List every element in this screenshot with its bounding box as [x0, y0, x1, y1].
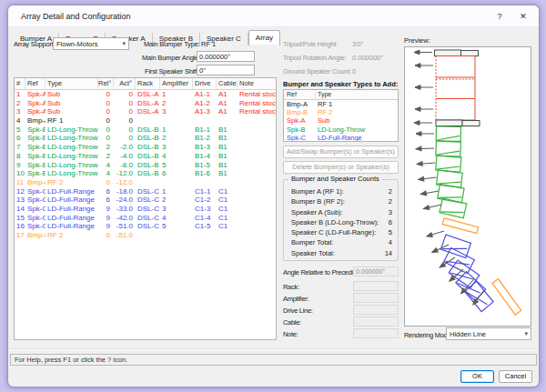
count-label: Speaker B (LD-Long-Throw): — [291, 217, 379, 227]
cell-type: LD-Full-Range — [46, 205, 98, 214]
types-header-type: Type — [315, 90, 398, 99]
preview-green-boxes — [436, 126, 467, 218]
cell-drive: A1-3 — [193, 107, 217, 116]
cell-cable — [217, 178, 238, 187]
table-row[interactable]: 3Spk-ASub00DSL-A3A1-3A1Rental stock — [15, 107, 276, 116]
cell-n: 14 — [15, 205, 25, 214]
types-list-item[interactable]: Spk-BLD-Long-Throw — [284, 126, 398, 134]
preview-orange-bumper-mid — [442, 218, 478, 234]
count-row: Speaker Total:14 — [284, 248, 398, 258]
cell-drive: C1-3 — [193, 205, 217, 214]
table-row[interactable]: 5Spk-BLD-Long-Throw00DSL-B1B1-1B1 — [15, 126, 276, 135]
table-row[interactable]: 7Spk-BLD-Long-Throw2-2.0DSL-B3B1-3B1 — [15, 143, 276, 152]
table-row[interactable]: 17Bmp-BRF 20-51.0 — [15, 231, 276, 240]
table-row[interactable]: 6Spk-BLD-Long-Throw00DSL-B2B1-2B1 — [15, 134, 276, 143]
table-row[interactable]: 1Spk-ASub00DSL-A1A1-1A1Rental stock — [15, 90, 276, 99]
cell-n: 2 — [15, 99, 25, 108]
cell-rel: 2 — [98, 143, 114, 152]
cell-note — [238, 134, 277, 143]
cell-ref: Spk-B — [25, 143, 46, 152]
column-header: Cable — [217, 78, 238, 89]
cell-n: 6 — [15, 134, 25, 143]
cell-rack: DSL-C — [136, 205, 160, 214]
cell-amp: 1 — [160, 90, 193, 99]
cell-cable — [217, 116, 238, 126]
table-row[interactable]: 15Spk-CLD-Full-Range9-42.0DSL-C4C1-4C1 — [15, 214, 276, 223]
detail-value-field — [353, 328, 399, 338]
preview-drawing — [405, 47, 531, 326]
cell-rel: 4 — [98, 169, 114, 178]
cell-rack — [136, 231, 160, 240]
cell-amp: 2 — [160, 134, 193, 143]
cell-n: 5 — [15, 126, 25, 135]
table-row[interactable]: 8Spk-BLD-Long-Throw2-4.0DSL-B4B1-4B1 — [15, 152, 276, 161]
cell-ref: Spk-B — [25, 134, 46, 143]
types-to-add-list[interactable]: Ref Type Bmp-ARF 1Bmp-BRF 2Spk-ASubSpk-B… — [283, 89, 399, 142]
ok-button[interactable]: OK — [460, 370, 494, 383]
detail-value-field — [353, 293, 399, 303]
count-row: Bumper Total:4 — [284, 237, 398, 247]
column-header: Act° — [114, 78, 136, 89]
cell-n: 12 — [15, 187, 25, 196]
aim-arrow-icon — [416, 146, 434, 151]
table-row[interactable]: 12Spk-CLD-Full-Range6-18.0DSL-C1C1-1C1 — [15, 187, 276, 196]
detail-label: Rack: — [283, 283, 299, 291]
types-list-item[interactable]: Spk-ASub — [284, 116, 398, 125]
table-row[interactable]: 14Spk-CLD-Full-Range9-33.0DSL-C3C1-3C1 — [15, 205, 276, 214]
cell-amp: 3 — [160, 107, 193, 116]
cell-rel: 6 — [98, 187, 114, 196]
table-row[interactable]: 16Spk-CLD-Full-Range9-51.0DSL-C5C1-5C1 — [15, 222, 276, 231]
table-row[interactable]: 11Bmp-BRF 20-12.0 — [15, 178, 276, 187]
cell-note: Rental stock — [238, 107, 277, 116]
cell-rel: 0 — [98, 90, 114, 99]
cell-amp: 4 — [160, 152, 193, 161]
cell-cable: C1 — [217, 196, 238, 205]
first-speaker-shift-input[interactable] — [197, 65, 255, 75]
cell-ref: Spk-C — [25, 222, 46, 231]
count-value: 3 — [389, 207, 392, 217]
types-list-header: Ref Type — [284, 90, 398, 100]
table-row[interactable]: 4Bmp-ARF 100 — [15, 116, 276, 126]
cell-act: -4.0 — [114, 152, 136, 161]
types-list-item[interactable]: Bmp-BRF 2 — [284, 108, 398, 116]
cell-act: 0 — [114, 116, 136, 126]
main-bumper-angle-label: Main Bumper Angle: — [142, 54, 200, 62]
aim-arrow-icon — [423, 203, 442, 211]
rendering-mode-dropdown[interactable]: Hidden Line ▾ — [446, 327, 531, 340]
count-row: Bumper B (RF 2):2 — [284, 196, 398, 206]
cell-n: 3 — [15, 107, 25, 116]
delete-button[interactable]: Delete Bumper(s) or Speaker(s) — [283, 161, 399, 174]
array-support-dropdown[interactable]: Flown-Motors ▾ — [53, 37, 129, 50]
cell-note — [238, 116, 277, 126]
cancel-button[interactable]: Cancel — [499, 370, 532, 383]
cell-rack: DSL-C — [136, 196, 160, 205]
cell-cable: B1 — [217, 169, 238, 178]
close-icon[interactable]: ✕ — [511, 8, 535, 25]
cell-drive: B1-6 — [193, 169, 217, 178]
table-row[interactable]: 2Spk-ASub00DSL-A2A1-2A1Rental stock — [15, 99, 276, 108]
table-row[interactable]: 9Spk-BLD-Long-Throw4-8.0DSL-B5B1-5B1 — [15, 161, 276, 170]
cell-drive: B1-1 — [193, 126, 217, 135]
tab-array[interactable]: Array — [248, 30, 280, 45]
column-header: Drive — [193, 78, 217, 89]
cell-ref: Spk-B — [25, 152, 46, 161]
types-list-item[interactable]: Bmp-ARF 1 — [284, 100, 398, 108]
cell-drive: B1-3 — [193, 143, 217, 152]
cell-rack: DSL-B — [136, 169, 160, 178]
cell-cable: A1 — [217, 107, 238, 116]
cell-note — [238, 196, 277, 205]
types-list-item[interactable]: Spk-CLD-Full-Range — [284, 134, 398, 142]
cell-rack: DSL-A — [136, 107, 160, 116]
add-swap-button[interactable]: Add/Swap Bumper(s) or Speaker(s) — [283, 146, 399, 158]
array-table[interactable]: #RefTypeRel°Act°RackAmplifierDriveCableN… — [14, 77, 277, 340]
count-value: 2 — [389, 196, 392, 206]
cell-note — [238, 214, 277, 223]
cell-rack — [136, 178, 160, 187]
help-icon[interactable]: ? — [488, 8, 511, 25]
main-bumper-angle-input[interactable] — [197, 51, 255, 62]
table-row[interactable]: 13Spk-CLD-Full-Range6-24.0DSL-C2C1-2C1 — [15, 196, 276, 205]
cell-type: LD-Full-Range — [46, 222, 98, 231]
cell-cable: C1 — [217, 214, 238, 223]
cell-type: LD-Long-Throw — [46, 161, 98, 170]
table-row[interactable]: 10Spk-BLD-Long-Throw4-12.0DSL-B6B1-6B1 — [15, 169, 276, 178]
